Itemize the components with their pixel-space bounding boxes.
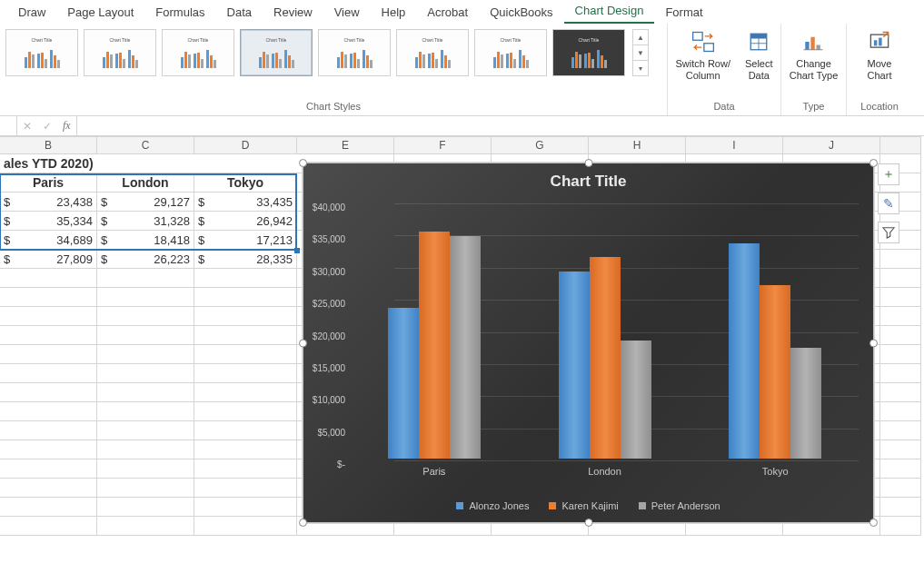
chart-object[interactable]: ＋ ✎ Chart Title $-$5,000$10,000$15,000$2… (303, 163, 874, 523)
change-chart-type-button[interactable]: Change Chart Type (782, 24, 846, 101)
style-gallery-scroll[interactable]: ▲ ▼ ▾ (632, 29, 649, 76)
cell[interactable]: $29,127 (97, 193, 194, 212)
chart-elements-button[interactable]: ＋ (878, 163, 899, 185)
tab-quickbooks[interactable]: QuickBooks (479, 2, 563, 24)
cell[interactable] (194, 498, 297, 517)
tab-help[interactable]: Help (371, 2, 417, 24)
cell[interactable]: $23,438 (0, 193, 97, 212)
resize-handle[interactable] (869, 339, 878, 347)
cell[interactable] (194, 364, 297, 383)
switch-row-column-button[interactable]: Switch Row/ Column (668, 24, 738, 101)
cell[interactable]: $27,809 (0, 250, 97, 269)
cell[interactable] (880, 402, 921, 421)
cell[interactable] (880, 269, 921, 288)
cell[interactable]: $33,435 (194, 193, 297, 212)
col-header-h[interactable]: H (589, 136, 686, 154)
cell[interactable]: $26,223 (97, 250, 194, 269)
tab-draw[interactable]: Draw (7, 2, 56, 24)
chart-filters-button[interactable] (878, 222, 899, 243)
resize-handle[interactable] (299, 519, 307, 527)
plot-area[interactable]: $-$5,000$10,000$15,000$20,000$25,000$30,… (349, 203, 859, 459)
cell[interactable]: $34,689 (0, 231, 97, 250)
chart-style-2[interactable]: Chart Title (84, 29, 156, 76)
cell[interactable] (880, 364, 921, 383)
resize-handle[interactable] (584, 519, 592, 527)
cell[interactable] (880, 421, 921, 440)
chart-legend[interactable]: Alonzo Jones Karen Kajimi Peter Anderson (303, 500, 873, 511)
cell[interactable] (97, 269, 194, 288)
header-london[interactable]: London (97, 173, 194, 193)
cell[interactable] (880, 498, 921, 517)
cell[interactable] (194, 307, 297, 326)
cell[interactable] (194, 479, 297, 498)
cell[interactable]: $31,328 (97, 212, 194, 231)
title-cell[interactable]: ales YTD 2020) (0, 154, 297, 173)
resize-handle[interactable] (584, 159, 592, 167)
chart-styles-button[interactable]: ✎ (878, 193, 899, 214)
tab-data[interactable]: Data (216, 2, 263, 24)
cell[interactable] (97, 288, 194, 307)
chevron-up-icon[interactable]: ▲ (633, 30, 648, 45)
col-header-f[interactable]: F (394, 136, 492, 154)
cell[interactable] (0, 383, 97, 402)
cell[interactable] (0, 364, 97, 383)
cell[interactable] (0, 479, 97, 498)
cell[interactable] (880, 440, 921, 459)
cell[interactable] (880, 326, 921, 345)
cell[interactable] (0, 517, 97, 536)
cell[interactable]: $18,418 (97, 231, 194, 250)
cell[interactable] (97, 421, 194, 440)
cell[interactable] (97, 402, 194, 421)
col-header-d[interactable]: D (194, 136, 297, 154)
legend-item[interactable]: Karen Kajimi (549, 500, 618, 511)
cell[interactable] (880, 459, 921, 479)
legend-item[interactable]: Peter Anderson (639, 500, 720, 511)
cell[interactable] (0, 402, 97, 421)
cell[interactable] (97, 498, 194, 517)
chart-style-6[interactable]: Chart Title (396, 29, 469, 76)
col-header-g[interactable]: G (492, 136, 589, 154)
header-paris[interactable]: Paris (0, 173, 97, 193)
cell[interactable] (0, 345, 97, 364)
selection-handle[interactable] (294, 248, 300, 253)
chart-style-7[interactable]: Chart Title (474, 29, 547, 76)
cell[interactable] (194, 421, 297, 440)
cell[interactable] (0, 459, 97, 479)
cell[interactable] (880, 479, 921, 498)
legend-item[interactable]: Alonzo Jones (456, 500, 529, 511)
cell[interactable] (880, 288, 921, 307)
cell[interactable] (97, 383, 194, 402)
header-tokyo[interactable]: Tokyo (194, 173, 297, 193)
resize-handle[interactable] (869, 519, 878, 527)
chevron-down-icon[interactable]: ▼ (633, 45, 648, 61)
cell[interactable]: $28,335 (194, 250, 297, 269)
tab-review[interactable]: Review (263, 2, 323, 24)
cell[interactable] (97, 345, 194, 364)
cell[interactable]: $35,334 (0, 212, 97, 231)
cell[interactable] (97, 326, 194, 345)
cell[interactable] (97, 459, 194, 479)
cell[interactable] (880, 307, 921, 326)
col-header-k[interactable] (880, 136, 921, 154)
chart-style-5[interactable]: Chart Title (318, 29, 391, 76)
cell[interactable] (194, 459, 297, 479)
fx-cancel-icon[interactable]: ✕ (17, 120, 37, 133)
tab-acrobat[interactable]: Acrobat (416, 2, 479, 24)
chart-style-1[interactable]: Chart Title (5, 29, 78, 76)
cell[interactable] (880, 383, 921, 402)
cell[interactable] (0, 421, 97, 440)
cell[interactable]: $17,213 (194, 231, 297, 250)
cell[interactable] (0, 326, 97, 345)
col-header-i[interactable]: I (686, 136, 783, 154)
cell[interactable] (880, 345, 921, 364)
tab-chart-design[interactable]: Chart Design (564, 0, 655, 24)
cell[interactable] (194, 269, 297, 288)
cell[interactable] (0, 498, 97, 517)
chart-style-8[interactable]: Chart Title (552, 29, 625, 76)
col-header-b[interactable]: B (0, 136, 97, 154)
tab-view[interactable]: View (323, 2, 371, 24)
cell[interactable] (97, 517, 194, 536)
cell[interactable] (194, 345, 297, 364)
col-header-c[interactable]: C (97, 136, 194, 154)
cell[interactable] (97, 440, 194, 459)
